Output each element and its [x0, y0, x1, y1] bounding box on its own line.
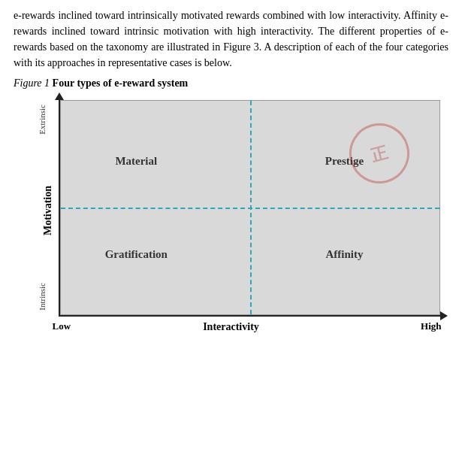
plot-area: Material Prestige Gratification Affinity… [60, 100, 440, 315]
figure-title: Four types of e-reward system [50, 77, 188, 89]
low-label: Low [53, 319, 71, 334]
quadrant-gratification: Gratification [105, 246, 168, 263]
text-block: e-rewards inclined toward intrinsically … [14, 8, 448, 71]
dashed-horizontal-line [61, 208, 439, 209]
x-axis [59, 315, 442, 317]
motivation-label: Motivation [39, 185, 55, 235]
high-label: High [421, 319, 441, 334]
interactivity-label: Interactivity [203, 319, 259, 335]
extrinsic-label: Extrinsic [36, 105, 49, 135]
figure-label: Figure 1 [14, 77, 50, 89]
quadrant-affinity: Affinity [326, 246, 364, 263]
intrinsic-label: Intrinsic [36, 283, 49, 311]
chart-container: Motivation Extrinsic Intrinsic Material … [21, 99, 442, 347]
paragraph-text: e-rewards inclined toward intrinsically … [14, 10, 448, 68]
figure-caption: Figure 1 Four types of e-reward system [14, 75, 448, 91]
quadrant-prestige: Prestige [325, 152, 364, 169]
quadrant-material: Material [115, 152, 157, 169]
